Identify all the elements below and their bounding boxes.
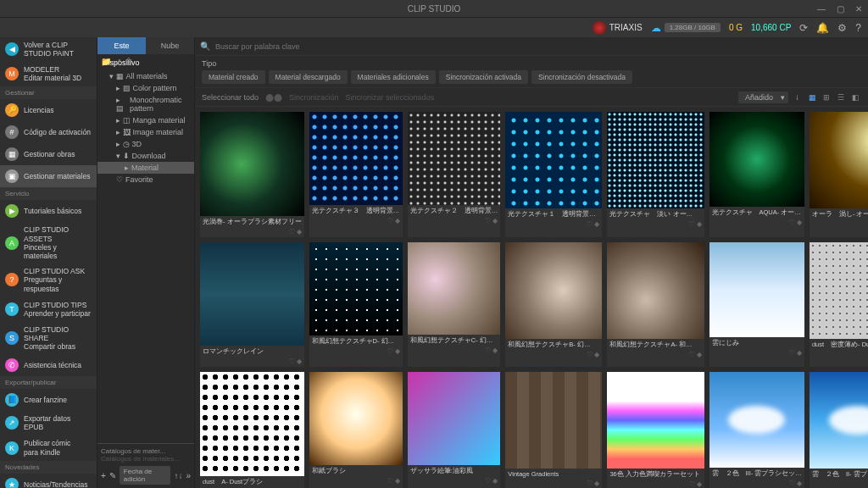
sidebar-item-materials[interactable]: ▣Gestionar materiales <box>0 165 97 187</box>
sidebar-item-activation[interactable]: #Código de activación <box>0 121 97 143</box>
material-card[interactable]: 光テクスチャ AQUA- オー…♡◆ <box>709 112 804 237</box>
view-detail-icon[interactable]: ◧ <box>849 92 861 103</box>
tree-image[interactable]: ▸ 🖼 Image material <box>97 126 194 138</box>
fav-icon[interactable]: ♡ <box>485 217 491 225</box>
fav-icon[interactable]: ♡ <box>689 351 695 358</box>
collapse-icon[interactable]: ⤢ <box>114 57 121 66</box>
minimize-button[interactable]: — <box>815 4 827 14</box>
tag-icon[interactable]: ◆ <box>492 347 498 354</box>
fav-icon[interactable]: ♡ <box>485 477 491 485</box>
tree-3d[interactable]: ▸ ◷ 3D <box>97 138 194 150</box>
tag-icon[interactable]: ◆ <box>297 228 302 236</box>
material-card[interactable]: オーラ 渦し- オーラブラシ…♡◆ <box>810 112 868 237</box>
settings-icon[interactable]: ⚙ <box>837 22 847 34</box>
delete-icon[interactable]: 🗑 <box>125 57 133 66</box>
tag-icon[interactable]: ◆ <box>594 480 599 487</box>
material-card[interactable]: 雲にじみ♡◆ <box>709 242 804 368</box>
type-filter-4[interactable]: Sincronización desactivada <box>531 70 632 84</box>
sidebar-item-licenses[interactable]: 🔑Licencias <box>0 99 97 121</box>
sort-dir-icon[interactable]: ↓ <box>795 92 799 102</box>
fav-icon[interactable]: ♡ <box>387 477 393 485</box>
material-card[interactable]: dust 密度薄め- Dustブ…♡◆ <box>810 242 868 368</box>
help-icon[interactable]: ? <box>855 22 861 34</box>
bell-icon[interactable]: 🔔 <box>816 22 829 34</box>
fav-icon[interactable]: ♡ <box>289 228 295 236</box>
material-card[interactable]: 光渦巻- オーラブラシ素材フリー♡◆ <box>200 112 304 237</box>
sidebar-item-back[interactable]: ◀ Volver a CLIP STUDIO PAINT <box>0 37 97 61</box>
sidebar-item-tips[interactable]: TCLIP STUDIO TIPSAprender y participar <box>0 297 97 322</box>
catalog-date-button[interactable]: Fecha de adición <box>120 466 171 485</box>
sort-asc-icon[interactable]: ↑↓ <box>174 471 182 480</box>
fav-icon[interactable]: ♡ <box>689 220 695 228</box>
type-filter-0[interactable]: Material creado <box>202 70 265 84</box>
material-card[interactable]: 和風幻想テクスチャB- 幻…♡◆ <box>505 242 602 368</box>
fav-icon[interactable]: ♡ <box>789 349 795 357</box>
tag-icon[interactable]: ◆ <box>492 217 498 225</box>
type-filter-3[interactable]: Sincronización activada <box>439 70 528 84</box>
sync-selected[interactable]: Sincronizar seleccionados <box>346 93 435 102</box>
close-button[interactable]: ✕ <box>853 4 865 14</box>
tag-icon[interactable]: ◆ <box>697 351 702 358</box>
tree-manga[interactable]: ▸ ◫ Manga material <box>97 114 194 126</box>
sidebar-item-share[interactable]: SCLIP STUDIO SHARECompartir obras <box>0 322 97 355</box>
material-card[interactable]: 和風幻想テクスチャA- 和…♡◆ <box>607 242 704 368</box>
tag-icon[interactable]: ◆ <box>697 220 702 228</box>
tag-icon[interactable]: ◆ <box>594 351 599 358</box>
tag-icon[interactable]: ◆ <box>395 347 400 355</box>
refresh-icon[interactable]: ⟳ <box>799 22 808 34</box>
tag-icon[interactable]: ◆ <box>697 480 702 488</box>
sidebar-item-epub[interactable]: ↗Exportar datos EPUB <box>0 411 97 435</box>
material-card[interactable]: 光テクスチャ１ 透明背景…♡◆ <box>505 112 602 237</box>
material-card[interactable]: 光テクスチャ３ 透明背景…♡◆ <box>309 112 403 237</box>
tag-icon[interactable]: ◆ <box>797 349 802 357</box>
sidebar-item-fanzine[interactable]: 📘Crear fanzine <box>0 389 97 411</box>
view-grid-small-icon[interactable]: ⊞ <box>821 92 832 103</box>
tag-icon[interactable]: ◆ <box>594 220 599 228</box>
material-card[interactable]: 和紙ブラシ♡◆ <box>309 372 403 488</box>
select-all[interactable]: Seleccionar todo <box>202 93 259 102</box>
user-badge[interactable]: TRIAXIS <box>593 21 643 35</box>
search-input[interactable] <box>215 42 863 51</box>
material-card[interactable]: 光テクスチャ２ 透明背景…♡◆ <box>408 112 501 237</box>
cloud-storage[interactable]: ☁ 1.28GB / 10GB <box>651 22 721 34</box>
material-card[interactable]: Vintage Gradients♡◆ <box>505 372 602 488</box>
material-card[interactable]: ザッサラ絵筆:油彩風♡◆ <box>408 372 501 488</box>
sidebar-item-tutorials[interactable]: ▶Tutoriales básicos <box>0 200 97 222</box>
material-card[interactable]: 光テクスチャ 淡い オー…♡◆ <box>607 112 704 237</box>
view-grid-large-icon[interactable]: ▦ <box>806 92 818 103</box>
tree-color[interactable]: ▸ ▨ Color pattern <box>97 82 194 94</box>
sidebar-item-news[interactable]: ★Noticias/Tendencias <box>0 474 97 488</box>
material-card[interactable]: dust A- Dustブラシ♡◆ <box>200 372 304 488</box>
fav-icon[interactable]: ♡ <box>485 347 491 354</box>
new-folder-icon[interactable]: 📁 <box>101 57 111 66</box>
fav-icon[interactable]: ♡ <box>689 480 695 488</box>
fav-icon[interactable]: ♡ <box>789 480 795 487</box>
sidebar-item-modeler[interactable]: M MODELEREditar material 3D <box>0 61 97 86</box>
sidebar-item-assist[interactable]: ✆Asistencia técnica <box>0 354 97 376</box>
material-card[interactable]: 和風幻想テクスチャD- 幻…♡◆ <box>309 242 403 368</box>
tab-device[interactable]: Este dispositivo <box>97 37 146 54</box>
tag-icon[interactable]: ◆ <box>297 358 302 365</box>
fav-icon[interactable]: ♡ <box>789 219 795 226</box>
tag-icon[interactable]: ◆ <box>797 480 802 487</box>
tag-icon[interactable]: ◆ <box>492 477 498 485</box>
view-list-icon[interactable]: ☰ <box>835 92 847 103</box>
type-filter-2[interactable]: Materiales adicionales <box>351 70 436 84</box>
tag-icon[interactable]: ◆ <box>797 219 802 226</box>
fav-icon[interactable]: ♡ <box>387 217 393 225</box>
gold-balance[interactable]: 0 G <box>729 23 743 32</box>
tab-cloud[interactable]: Nube <box>146 37 194 54</box>
fav-icon[interactable]: ♡ <box>587 220 593 228</box>
sidebar-item-kindle[interactable]: KPublicar cómicpara Kindle <box>0 435 97 461</box>
material-card[interactable]: 和風幻想テクスチャC- 幻…♡◆ <box>408 242 501 368</box>
material-card[interactable]: ロマンチックレイン♡◆ <box>200 242 304 368</box>
tree-material[interactable]: ▸ Material <box>97 162 194 174</box>
tag-icon[interactable]: ◆ <box>395 477 400 485</box>
sidebar-item-works[interactable]: ▦Gestionar obras <box>0 143 97 165</box>
tree-favorite[interactable]: ♡ Favorite <box>97 174 194 186</box>
cp-balance[interactable]: 10,660 CP <box>751 23 791 32</box>
tree-download[interactable]: ▾ ⬇ Download <box>97 150 194 162</box>
tree-mono[interactable]: ▸ ▤ Monochromatic pattern <box>97 94 194 114</box>
material-card[interactable]: 雲 ２色 III- 雲ブラシセッ…♡◆ <box>709 372 804 488</box>
fav-icon[interactable]: ♡ <box>289 358 295 365</box>
